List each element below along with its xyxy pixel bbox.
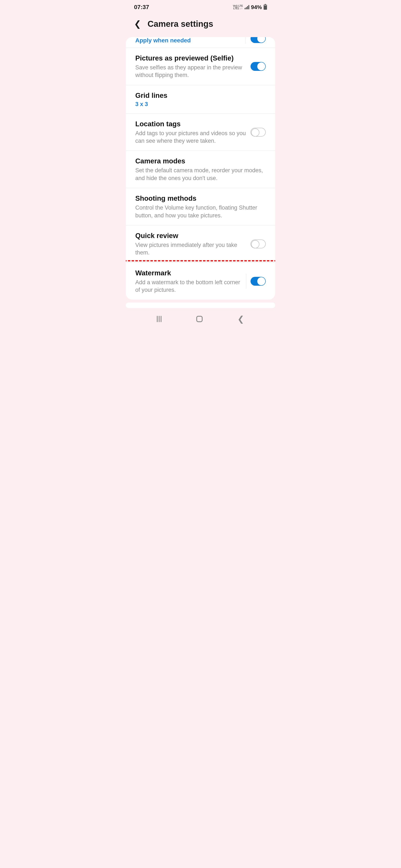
selfie-sub: Save selfies as they appear in the previ… [135, 64, 246, 79]
apply-when-needed-toggle[interactable] [251, 37, 266, 43]
shooting-title: Shooting methods [135, 194, 266, 203]
battery-percent: 94% [251, 4, 262, 10]
grid-title: Grid lines [135, 91, 266, 100]
quick-sub: View pictures immediately after you take… [135, 241, 246, 256]
selfie-toggle[interactable] [251, 62, 266, 71]
battery-icon [264, 5, 267, 10]
row-shooting-methods[interactable]: Shooting methods Control the Volume key … [126, 188, 275, 225]
location-title: Location tags [135, 120, 246, 129]
signal-icon [245, 5, 249, 9]
row-camera-modes[interactable]: Camera modes Set the default camera mode… [126, 151, 275, 188]
next-card-peek [126, 303, 275, 308]
apply-when-needed-label: Apply when needed [135, 37, 191, 44]
status-time: 07:37 [134, 4, 149, 10]
row-location-tags[interactable]: Location tags Add tags to your pictures … [126, 114, 275, 151]
modes-sub: Set the default camera mode, reorder you… [135, 166, 266, 182]
page-title: Camera settings [147, 19, 213, 29]
location-toggle[interactable] [251, 128, 266, 136]
page-header: ❮ Camera settings [124, 13, 277, 37]
quick-review-toggle[interactable] [251, 240, 266, 248]
back-button[interactable]: ❮ [134, 19, 141, 29]
nav-back-button[interactable]: ❮ [237, 314, 244, 323]
divider [245, 37, 246, 44]
grid-value: 3 x 3 [135, 101, 266, 107]
settings-card: Apply when needed Pictures as previewed … [126, 37, 275, 300]
selfie-title: Pictures as previewed (Selfie) [135, 54, 246, 63]
watermark-title: Watermark [135, 269, 242, 278]
row-apply-when-needed[interactable]: Apply when needed [126, 37, 275, 48]
quick-title: Quick review [135, 231, 246, 240]
nav-recents-button[interactable] [157, 316, 162, 322]
watermark-sub: Add a watermark to the bottom left corne… [135, 279, 242, 294]
location-sub: Add tags to your pictures and videos so … [135, 129, 246, 145]
watermark-toggle[interactable] [251, 277, 266, 286]
shooting-sub: Control the Volume key function, floatin… [135, 204, 266, 219]
modes-title: Camera modes [135, 157, 266, 166]
network-indicator: Vo)) LTE LTE1 ↓↑ [233, 5, 243, 10]
row-pictures-as-previewed[interactable]: Pictures as previewed (Selfie) Save self… [126, 48, 275, 85]
status-right: Vo)) LTE LTE1 ↓↑ 94% [233, 4, 267, 10]
system-nav-bar: ❮ [124, 308, 277, 330]
nav-home-button[interactable] [196, 316, 203, 322]
row-grid-lines[interactable]: Grid lines 3 x 3 [126, 85, 275, 114]
status-bar: 07:37 Vo)) LTE LTE1 ↓↑ 94% [124, 0, 277, 13]
row-watermark[interactable]: Watermark Add a watermark to the bottom … [126, 263, 275, 300]
row-quick-review[interactable]: Quick review View pictures immediately a… [126, 225, 275, 263]
